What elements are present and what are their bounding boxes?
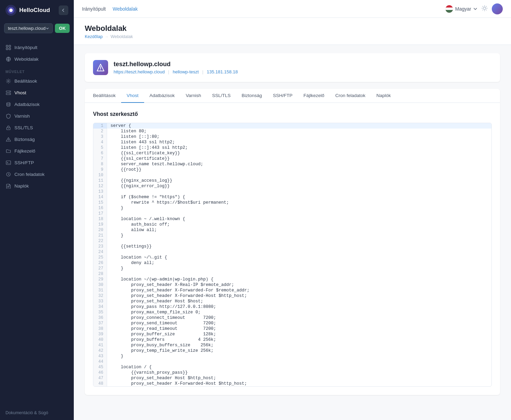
- code-line: 38 proxy_read_timeout 7200;: [93, 326, 491, 332]
- svg-point-11: [9, 91, 10, 92]
- svg-rect-3: [6, 45, 8, 47]
- go-button[interactable]: OK: [55, 24, 70, 33]
- line-number: 16: [93, 205, 107, 211]
- language-selector[interactable]: Magyar: [445, 5, 477, 13]
- settings-icon: [5, 78, 11, 84]
- back-button[interactable]: [59, 5, 68, 15]
- code-line: 19 auth_basic off;: [93, 222, 491, 227]
- line-code: [107, 172, 491, 178]
- flag-icon: [445, 5, 453, 13]
- line-number: 12: [93, 183, 107, 189]
- line-code: proxy_set_header X-Forwarded-For $remote…: [107, 288, 491, 293]
- sun-icon: [481, 5, 488, 11]
- sidebar-item-label: SSH/FTP: [14, 160, 34, 165]
- site-info: teszt.hellowp.cloud https://teszt.hellow…: [114, 61, 238, 74]
- line-code: location ~ /.well-known {: [107, 216, 491, 222]
- line-code: location / {: [107, 364, 491, 370]
- line-code: listen [::]:443 ssl http2;: [107, 145, 491, 151]
- tab-adatbazisok[interactable]: Adatbázisok: [144, 89, 181, 103]
- line-number: 14: [93, 194, 107, 200]
- line-number: 1: [93, 123, 107, 129]
- line-code: proxy_temp_file_write_size 256k;: [107, 348, 491, 353]
- tab-varnish[interactable]: Varnish: [180, 89, 207, 103]
- line-code: }: [107, 233, 491, 238]
- site-ip[interactable]: 135.181.158.18: [207, 69, 238, 74]
- sidebar-item-naplok[interactable]: Naplók: [0, 180, 74, 192]
- line-code: server_name teszt.hellowp.cloud;: [107, 161, 491, 167]
- line-code: {{settings}}: [107, 244, 491, 249]
- site-logo-icon: [93, 60, 108, 75]
- sidebar-section-label: MŰVELET: [0, 65, 74, 75]
- tab-biztonsag[interactable]: Biztonság: [236, 89, 267, 103]
- sidebar-item-ssh-ftp[interactable]: SSH/FTP: [0, 157, 74, 168]
- topnav-weboldalak[interactable]: Weboldalak: [113, 5, 138, 13]
- line-code: {{nginx_access_log}}: [107, 178, 491, 183]
- line-code: proxy_set_header X-Forwarded-Host $http_…: [107, 293, 491, 299]
- sidebar-item-varnish[interactable]: Varnish: [0, 110, 74, 122]
- code-line: 5 listen [::]:443 ssl http2;: [93, 145, 491, 151]
- page-title: Weboldalak: [85, 24, 500, 33]
- sidebar-item-ssl-tls[interactable]: SSL/TLS: [0, 122, 74, 133]
- line-code: [107, 238, 491, 244]
- page-content-area: Weboldalak Kezdőlap → Weboldalak teszt.h…: [74, 18, 511, 420]
- user-avatar[interactable]: [492, 3, 503, 14]
- sidebar-item-iranyitopult[interactable]: Irányítópult: [0, 41, 74, 53]
- sidebar-item-beallitasok[interactable]: Beállítások: [0, 75, 74, 87]
- line-number: 6: [93, 151, 107, 156]
- domain-dropdown[interactable]: teszt.hellowp.cloud: [4, 23, 53, 33]
- sidebar-item-label: Cron feladatok: [14, 172, 45, 177]
- line-code: rewrite ^ https://$host$uri permanent;: [107, 200, 491, 205]
- tab-naplok[interactable]: Naplók: [371, 89, 396, 103]
- code-editor[interactable]: 1server {2 listen 80;3 listen [::]:80;4 …: [93, 123, 492, 387]
- site-url-link[interactable]: https://teszt.hellowp.cloud: [114, 69, 165, 74]
- line-number: 36: [93, 315, 107, 321]
- tab-cron-feladatok[interactable]: Cron feladatok: [330, 89, 371, 103]
- tab-ssl-tls[interactable]: SSL/TLS: [207, 89, 236, 103]
- sidebar-item-cron-feladatok[interactable]: Cron feladatok: [0, 168, 74, 180]
- code-line: 22: [93, 238, 491, 244]
- line-code: proxy_send_timeout 7200;: [107, 321, 491, 326]
- docs-help-link[interactable]: Dokumentáció & Súgó: [0, 406, 74, 420]
- code-line: 11 {{nginx_access_log}}: [93, 178, 491, 183]
- line-number: 40: [93, 337, 107, 343]
- code-line: 40 proxy_buffers 4 256k;: [93, 337, 491, 343]
- site-divider: |: [168, 69, 169, 74]
- line-code: proxy_connect_timeout 7200;: [107, 315, 491, 321]
- line-number: 15: [93, 200, 107, 205]
- hellocloud-logo-icon: [5, 5, 16, 16]
- tab-vhost[interactable]: Vhost: [121, 89, 144, 103]
- line-code: [107, 359, 491, 364]
- svg-point-8: [8, 80, 9, 82]
- tab-beallitasok[interactable]: Beállítások: [88, 89, 121, 103]
- code-line: 32 proxy_set_header X-Forwarded-Host $ht…: [93, 293, 491, 299]
- svg-rect-4: [9, 45, 11, 47]
- line-code: location ~/(wp-admin|wp-login.php) {: [107, 277, 491, 282]
- sidebar-item-weboldalak[interactable]: Weboldalak: [0, 53, 74, 65]
- code-line: 20 allow all;: [93, 227, 491, 233]
- line-code: server {: [107, 123, 491, 129]
- sidebar-item-fajlkezelo[interactable]: Fájlkezelő: [0, 145, 74, 157]
- theme-toggle[interactable]: [481, 5, 488, 13]
- sidebar-item-biztonsag[interactable]: Biztonság: [0, 133, 74, 145]
- breadcrumb-home[interactable]: Kezdőlap: [85, 34, 103, 39]
- tab-fajlkezelo[interactable]: Fájlkezelő: [298, 89, 330, 103]
- code-line: 48 proxy_set_header X-Forwarded-Host $ht…: [93, 381, 491, 386]
- code-line: 45 location / {: [93, 364, 491, 370]
- breadcrumb-current: Weboldalak: [111, 34, 133, 39]
- code-line: 43 }: [93, 353, 491, 359]
- line-code: proxy_set_header Host $http_host;: [107, 375, 491, 381]
- code-line: 44: [93, 359, 491, 364]
- clock-icon: [5, 171, 11, 177]
- tab-ssh-ftp[interactable]: SSH/FTP: [267, 89, 298, 103]
- sidebar-logo: HelloCloud: [0, 0, 74, 21]
- sidebar-item-adatbazisok[interactable]: Adatbázisok: [0, 98, 74, 110]
- top-navigation: Irányítópult Weboldalak Magyar: [74, 0, 511, 18]
- svg-rect-6: [9, 48, 11, 50]
- svg-rect-20: [445, 8, 453, 10]
- topnav-iranyitopult[interactable]: Irányítópult: [82, 5, 106, 13]
- code-line: 37 proxy_send_timeout 7200;: [93, 321, 491, 326]
- line-code: listen [::]:80;: [107, 134, 491, 140]
- code-line: 36 proxy_connect_timeout 7200;: [93, 315, 491, 321]
- sidebar-item-vhost[interactable]: Vhost: [0, 87, 74, 98]
- code-line: 39 proxy_buffer_size 128k;: [93, 332, 491, 337]
